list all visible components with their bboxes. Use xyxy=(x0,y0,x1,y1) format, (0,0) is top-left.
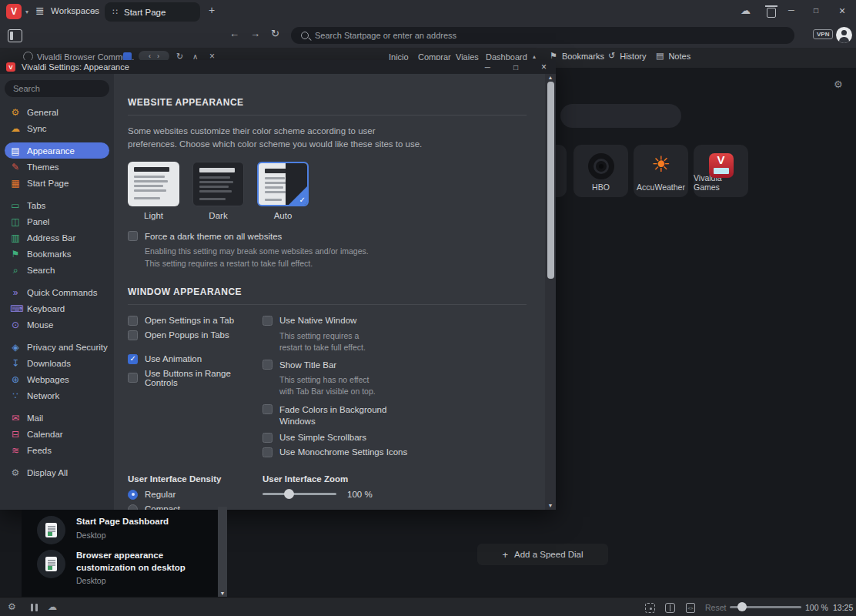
sync-cloud-icon[interactable]: ☁ xyxy=(741,5,751,16)
pause-icon[interactable] xyxy=(31,604,38,611)
scroll-down-icon[interactable]: ▼ xyxy=(548,502,553,510)
checkbox[interactable] xyxy=(128,373,138,383)
slider-knob[interactable] xyxy=(737,602,747,611)
workspaces-layers-icon[interactable]: ≣ xyxy=(35,5,45,17)
bookmarks-panel-button[interactable]: ⚑ Bookmarks xyxy=(550,51,604,61)
checkbox[interactable] xyxy=(262,404,273,414)
settings-nav-feeds[interactable]: ≋Feeds xyxy=(5,442,109,458)
forward-icon[interactable]: → xyxy=(250,28,260,39)
dialog-minimize-button[interactable]: ─ xyxy=(485,63,490,72)
checkbox[interactable] xyxy=(262,360,273,370)
settings-nav-bookmarks[interactable]: ⚑Bookmarks xyxy=(5,246,109,262)
settings-nav-downloads[interactable]: ↧Downloads xyxy=(5,355,109,371)
panel-toggle-icon[interactable] xyxy=(8,29,22,42)
fade-colors-checkbox[interactable]: Fade Colors in Background Windows xyxy=(262,404,527,428)
profile-avatar-icon[interactable] xyxy=(836,27,852,43)
dialog-maximize-button[interactable]: □ xyxy=(513,63,518,72)
force-dark-theme-checkbox[interactable]: Force a dark theme on all websites xyxy=(128,231,527,241)
settings-nav-sync[interactable]: ☁Sync xyxy=(5,120,109,136)
start-page-search-field[interactable] xyxy=(560,104,681,128)
vpn-badge[interactable]: VPN xyxy=(813,29,833,39)
radio[interactable] xyxy=(128,504,138,510)
settings-dialog-titlebar[interactable]: V Vivaldi Settings: Appearance ─ □ × xyxy=(0,60,556,74)
page-actions-icon[interactable]: <> xyxy=(686,603,695,613)
result-item[interactable]: Browser appearance customization on desk… xyxy=(37,550,216,585)
use-buttons-range-checkbox[interactable]: Use Buttons in Range Controls xyxy=(128,369,262,387)
simple-scrollbars-checkbox[interactable]: Use Simple Scrollbars xyxy=(262,433,527,443)
checkbox[interactable] xyxy=(128,354,138,364)
monochrome-icons-checkbox[interactable]: Use Monochrome Settings Icons xyxy=(262,447,527,457)
window-minimize-button[interactable]: ─ xyxy=(788,5,794,15)
density-compact-radio[interactable]: Compact xyxy=(128,504,262,510)
zoom-reset-button[interactable]: Reset xyxy=(705,603,726,612)
use-native-window-checkbox[interactable]: Use Native Window xyxy=(262,316,527,326)
speed-dial-tile-vivaldia-games[interactable]: Vivaldia Games xyxy=(694,145,748,197)
settings-nav-start-page[interactable]: ▦Start Page xyxy=(5,175,109,191)
address-bar-input[interactable]: Search Startpage or enter an address xyxy=(291,27,794,44)
checkbox[interactable] xyxy=(262,316,273,326)
workspaces-caret-icon[interactable]: ▾ xyxy=(92,8,95,15)
reload-icon[interactable]: ↻ xyxy=(271,28,279,39)
ui-zoom-slider[interactable]: 100 % xyxy=(262,490,527,499)
trash-icon[interactable] xyxy=(767,8,776,18)
scheme-option-auto[interactable]: ✓ Auto xyxy=(257,162,309,220)
open-popups-in-tabs-checkbox[interactable]: Open Popups in Tabs xyxy=(128,330,262,340)
add-speed-dial-button[interactable]: + Add a Speed Dial xyxy=(477,544,608,565)
checkbox[interactable] xyxy=(262,447,273,457)
scroll-up-icon[interactable]: ▲ xyxy=(548,74,553,82)
settings-nav-address-bar[interactable]: ▥Address Bar xyxy=(5,229,109,246)
scheme-option-dark[interactable]: Dark xyxy=(192,162,244,220)
show-title-bar-checkbox[interactable]: Show Title Bar xyxy=(262,360,527,370)
checkbox[interactable] xyxy=(128,231,138,241)
history-panel-button[interactable]: ↺ History xyxy=(608,51,646,61)
slider-knob[interactable] xyxy=(284,489,294,499)
settings-nav-search[interactable]: ⌕Search xyxy=(5,262,109,278)
back-icon[interactable]: ← xyxy=(229,28,239,39)
settings-nav-network[interactable]: ∵Network xyxy=(5,387,109,403)
tab-start-page[interactable]: ∷ Start Page xyxy=(105,2,200,22)
checkbox[interactable] xyxy=(128,330,138,340)
density-regular-radio[interactable]: Regular xyxy=(128,490,262,500)
settings-nav-general[interactable]: ⚙General xyxy=(5,104,109,120)
window-close-button[interactable]: × xyxy=(839,5,845,17)
settings-nav-panel[interactable]: ◫Panel xyxy=(5,213,109,229)
bookmark-overflow-icon[interactable]: ▴ xyxy=(533,53,536,60)
settings-gear-icon[interactable]: ⚙ xyxy=(8,601,16,612)
panel-scrollbar[interactable]: ▼ xyxy=(218,507,227,598)
use-animation-checkbox[interactable]: Use Animation xyxy=(128,354,262,364)
settings-nav-calendar[interactable]: ⊟Calendar xyxy=(5,426,109,442)
notes-panel-button[interactable]: ▤ Notes xyxy=(656,51,690,61)
window-maximize-button[interactable]: □ xyxy=(814,6,818,15)
capture-icon[interactable] xyxy=(645,603,655,613)
settings-nav-tabs[interactable]: ▭Tabs xyxy=(5,197,109,213)
settings-nav-themes[interactable]: ✎Themes xyxy=(5,159,109,175)
settings-nav-keyboard[interactable]: ⌨Keyboard xyxy=(5,300,109,316)
settings-search-input[interactable]: Search xyxy=(5,80,109,97)
slider-track[interactable] xyxy=(262,493,336,495)
page-settings-gear-icon[interactable]: ⚙ xyxy=(834,79,843,90)
radio[interactable] xyxy=(128,490,138,500)
scroll-down-icon[interactable]: ▼ xyxy=(218,591,227,596)
settings-nav-display-all[interactable]: ⚙Display All xyxy=(5,464,109,480)
settings-nav-privacy[interactable]: ◈Privacy and Security xyxy=(5,339,109,355)
new-tab-button[interactable]: + xyxy=(209,4,215,16)
chevron-right-icon[interactable]: › xyxy=(157,52,159,60)
settings-nav-quick-commands[interactable]: »Quick Commands xyxy=(5,284,109,300)
checkbox[interactable] xyxy=(128,316,138,326)
settings-nav-appearance[interactable]: ▤Appearance xyxy=(5,142,109,159)
scrollbar-thumb[interactable] xyxy=(547,82,554,279)
vivaldi-menu-button[interactable]: V xyxy=(6,4,22,19)
checkbox[interactable] xyxy=(262,433,273,443)
chevron-left-icon[interactable]: ‹ xyxy=(149,52,151,60)
settings-nav-mouse[interactable]: ⊙Mouse xyxy=(5,316,109,333)
settings-scrollbar[interactable]: ▲ ▼ xyxy=(545,74,556,510)
open-settings-in-tab-checkbox[interactable]: Open Settings in a Tab xyxy=(128,316,262,326)
scheme-option-light[interactable]: Light xyxy=(128,162,179,220)
speed-dial-tile-hbo[interactable]: HBO xyxy=(573,145,628,197)
dialog-close-button[interactable]: × xyxy=(541,62,547,72)
result-item[interactable]: Start Page Dashboard Desktop xyxy=(37,516,169,544)
settings-nav-webpages[interactable]: ⊕Webpages xyxy=(5,371,109,387)
settings-nav-mail[interactable]: ✉Mail xyxy=(5,410,109,426)
cloud-icon[interactable]: ☁ xyxy=(48,601,57,612)
tiling-icon[interactable] xyxy=(665,603,675,613)
